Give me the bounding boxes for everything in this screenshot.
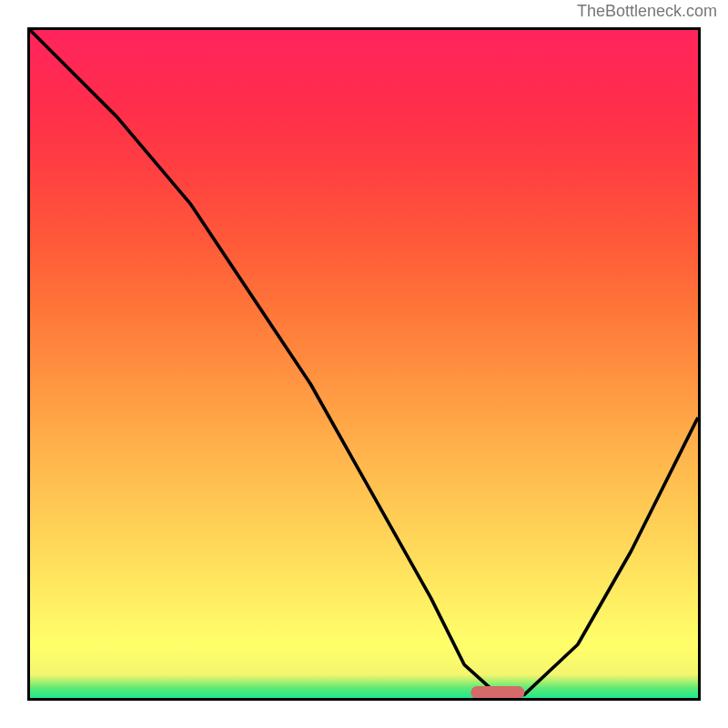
chart-canvas: TheBottleneck.com <box>0 0 728 728</box>
plot-inner <box>30 30 698 698</box>
line-path <box>30 30 698 698</box>
plot-area <box>27 27 701 701</box>
attribution-text: TheBottleneck.com <box>577 2 717 21</box>
optimum-marker <box>470 686 524 701</box>
